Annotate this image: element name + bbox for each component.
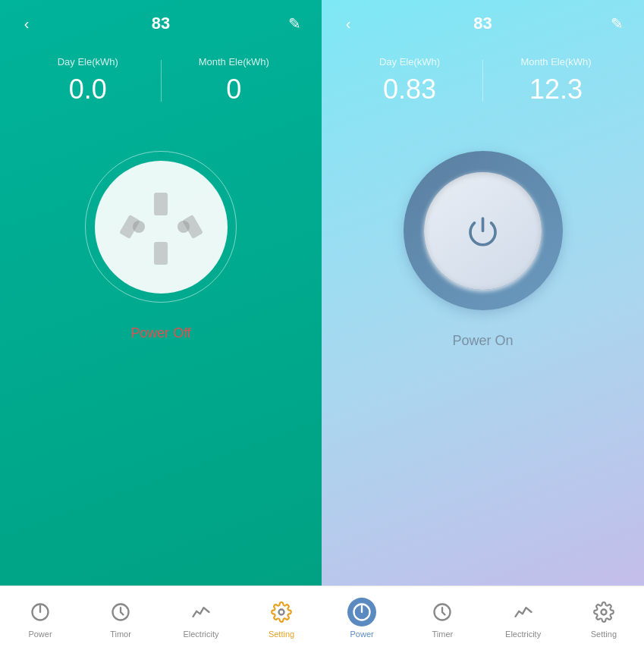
socket-display[interactable] xyxy=(85,151,237,303)
right-bottom-nav: Power Timer Electricity xyxy=(322,586,644,650)
power-on-icon xyxy=(462,210,504,252)
left-nav-power[interactable]: Power xyxy=(0,598,80,639)
socket-right-dot xyxy=(177,221,190,233)
left-power-status: Power Off xyxy=(130,325,191,341)
left-month-value: 0 xyxy=(226,74,241,105)
left-header: ‹ 83 ✎ xyxy=(0,0,322,41)
right-month-label: Month Ele(kWh) xyxy=(520,56,591,68)
left-day-value: 0.0 xyxy=(69,74,107,105)
left-nav-power-label: Power xyxy=(28,630,52,639)
right-nav-setting[interactable]: Setting xyxy=(564,598,644,639)
left-edit-button[interactable]: ✎ xyxy=(284,14,306,33)
left-nav-setting-label: Setting xyxy=(269,630,294,639)
right-setting-icon xyxy=(593,601,614,623)
svg-point-3 xyxy=(279,610,284,615)
left-panel: ‹ 83 ✎ Day Ele(kWh) 0.0 Month Ele(kWh) 0… xyxy=(0,0,322,650)
socket-outer-ring xyxy=(85,151,237,303)
right-day-label: Day Ele(kWh) xyxy=(379,56,440,68)
left-nav-electricity-icon-wrap xyxy=(187,598,215,626)
right-title: 83 xyxy=(473,14,492,33)
right-nav-setting-icon-wrap xyxy=(589,598,618,626)
right-edit-button[interactable]: ✎ xyxy=(606,14,629,33)
right-nav-electricity[interactable]: Electricity xyxy=(483,598,564,639)
right-nav-setting-label: Setting xyxy=(591,630,617,639)
right-stats: Day Ele(kWh) 0.83 Month Ele(kWh) 12.3 xyxy=(322,56,644,105)
left-month-label: Month Ele(kWh) xyxy=(199,56,269,68)
left-month-stat: Month Ele(kWh) 0 xyxy=(162,56,307,105)
right-nav-power-label: Power xyxy=(350,630,374,639)
right-nav-electricity-icon-wrap xyxy=(509,598,538,626)
right-nav-timer-icon-wrap xyxy=(428,598,457,626)
left-bottom-nav: Power Timor Electricity xyxy=(0,586,322,650)
socket-left-dot xyxy=(133,221,145,233)
right-header: ‹ 83 ✎ xyxy=(322,0,644,41)
right-timer-icon xyxy=(432,601,453,623)
socket-top-hole xyxy=(154,193,168,215)
left-day-stat: Day Ele(kWh) 0.0 xyxy=(15,56,161,105)
electricity-icon xyxy=(190,601,212,623)
left-nav-setting[interactable]: Setting xyxy=(241,598,322,639)
power-button-display[interactable] xyxy=(404,151,563,310)
power-icon xyxy=(30,601,51,623)
right-nav-electricity-label: Electricity xyxy=(505,630,541,639)
left-back-button[interactable]: ‹ xyxy=(15,15,38,33)
left-nav-timer[interactable]: Timor xyxy=(80,598,161,639)
right-panel: ‹ 83 ✎ Day Ele(kWh) 0.83 Month Ele(kWh) … xyxy=(322,0,644,650)
left-nav-timer-label: Timor xyxy=(110,630,131,639)
left-nav-electricity-label: Electricity xyxy=(183,630,218,639)
timer-icon xyxy=(110,601,131,623)
right-day-stat: Day Ele(kWh) 0.83 xyxy=(337,56,482,105)
setting-icon xyxy=(271,601,292,623)
left-title: 83 xyxy=(152,14,170,33)
svg-point-7 xyxy=(601,610,606,615)
power-button-inner xyxy=(424,172,542,290)
right-nav-power[interactable]: Power xyxy=(322,598,402,639)
socket-bottom-hole xyxy=(154,242,168,265)
left-nav-setting-icon-wrap xyxy=(267,598,296,626)
right-power-icon xyxy=(351,601,372,623)
left-stats: Day Ele(kWh) 0.0 Month Ele(kWh) 0 xyxy=(0,56,322,105)
socket-inner xyxy=(95,161,228,294)
power-button-outer xyxy=(404,151,563,310)
left-nav-electricity[interactable]: Electricity xyxy=(161,598,241,639)
right-power-status: Power On xyxy=(452,333,513,349)
right-nav-power-icon-wrap xyxy=(347,598,376,626)
right-nav-timer[interactable]: Timer xyxy=(402,598,482,639)
left-nav-timer-icon-wrap xyxy=(106,598,135,626)
left-day-label: Day Ele(kWh) xyxy=(58,56,118,68)
right-month-value: 12.3 xyxy=(529,74,583,105)
right-electricity-icon xyxy=(513,601,534,623)
right-day-value: 0.83 xyxy=(383,74,436,105)
right-back-button[interactable]: ‹ xyxy=(337,15,360,33)
right-nav-timer-label: Timer xyxy=(432,630,454,639)
right-month-stat: Month Ele(kWh) 12.3 xyxy=(483,56,629,105)
left-nav-power-icon-wrap xyxy=(26,598,55,626)
